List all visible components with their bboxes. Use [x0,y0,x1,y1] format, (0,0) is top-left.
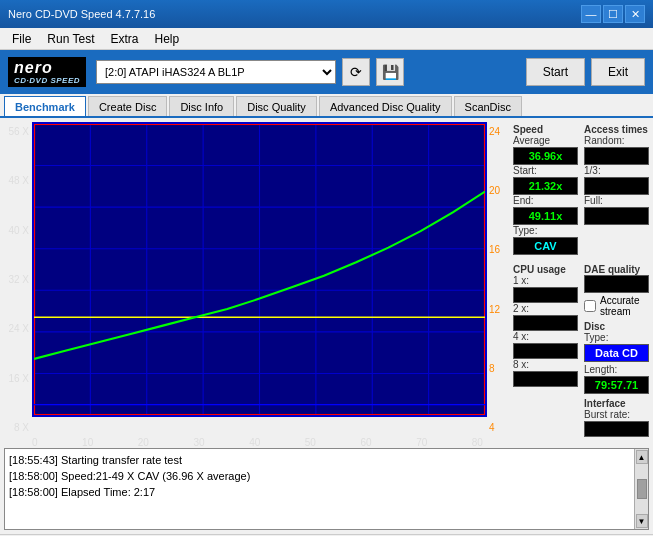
y-label-16: 16 X [4,373,32,384]
tab-create-disc[interactable]: Create Disc [88,96,167,116]
log-line-3: [18:58:00] Elapsed Time: 2:17 [9,484,630,500]
speed-average-label: Average [513,135,578,146]
dae-disc-group: DAE quality Accurate stream Disc Type: D… [584,262,649,437]
chart-section: 56 X 48 X 40 X 32 X 24 X 16 X 8 X [0,118,509,448]
log-area: [18:55:43] Starting transfer rate test [… [4,448,649,530]
disc-length-value: 79:57.71 [584,376,649,394]
cpu-1x-value [513,287,578,303]
accurate-stream-label: Accurate stream [600,295,649,317]
menu-help[interactable]: Help [147,30,188,48]
title-bar: Nero CD-DVD Speed 4.7.7.16 — ☐ ✕ [0,0,653,28]
y-label-56: 56 X [4,126,32,137]
access-full-label: Full: [584,195,649,206]
save-button[interactable]: 💾 [376,58,404,86]
x-label-70: 70 [416,437,427,448]
y-right-4: 4 [487,422,505,433]
y-right-12: 12 [487,304,505,315]
speed-end-value: 49.11x [513,207,578,225]
speed-start-value: 21.32x [513,177,578,195]
y-axis-left: 56 X 48 X 40 X 32 X 24 X 16 X 8 X [4,122,32,435]
menu-bar: File Run Test Extra Help [0,28,653,50]
tab-advanced-disc-quality[interactable]: Advanced Disc Quality [319,96,452,116]
access-random-label: Random: [584,135,649,146]
y-label-8: 8 X [4,422,32,433]
log-line-1: [18:55:43] Starting transfer rate test [9,452,630,468]
chart-with-labels: 56 X 48 X 40 X 32 X 24 X 16 X 8 X [4,122,509,435]
y-right-20: 20 [487,185,505,196]
tab-disc-quality[interactable]: Disc Quality [236,96,317,116]
cpu-4x-value [513,343,578,359]
log-line-2: [18:58:00] Speed:21-49 X CAV (36.96 X av… [9,468,630,484]
title-text: Nero CD-DVD Speed 4.7.7.16 [8,8,155,20]
menu-run-test[interactable]: Run Test [39,30,102,48]
nero-logo: nero CD·DVD SPEED [8,57,86,88]
close-button[interactable]: ✕ [625,5,645,23]
speed-type-label: Type: [513,225,578,236]
refresh-button[interactable]: ⟳ [342,58,370,86]
disc-type-value: Data CD [584,344,649,362]
log-content: [18:55:43] Starting transfer rate test [… [5,449,634,529]
log-scrollbar[interactable]: ▲ ▼ [634,449,648,529]
speed-title: Speed [513,124,578,135]
speed-start-label: Start: [513,165,578,176]
y-label-48: 48 X [4,175,32,186]
start-button[interactable]: Start [526,58,585,86]
x-label-50: 50 [305,437,316,448]
tab-disc-info[interactable]: Disc Info [169,96,234,116]
speed-access-row: Speed Average 36.96x Start: 21.32x End: … [513,122,649,255]
tab-benchmark[interactable]: Benchmark [4,96,86,116]
nero-logo-subtitle: CD·DVD SPEED [14,76,80,85]
scroll-thumb[interactable] [637,479,647,499]
accurate-stream-checkbox[interactable] [584,300,596,312]
tab-scan-disc[interactable]: ScanDisc [454,96,522,116]
cpu-2x-value [513,315,578,331]
maximize-button[interactable]: ☐ [603,5,623,23]
burst-rate-value [584,421,649,437]
x-label-10: 10 [82,437,93,448]
cpu-dae-row: CPU usage 1 x: 2 x: 4 x: 8 x: DAE qualit… [513,262,649,437]
menu-extra[interactable]: Extra [102,30,146,48]
speed-end-label: End: [513,195,578,206]
x-label-40: 40 [249,437,260,448]
scroll-down-arrow[interactable]: ▼ [636,514,648,528]
cpu-8x-value [513,371,578,387]
speed-type-value: CAV [513,237,578,255]
chart-svg [34,124,485,415]
access-times-group: Access times Random: 1/3: Full: [584,122,649,255]
chart-canvas [32,122,487,417]
x-label-80: 80 [472,437,483,448]
cpu-8x-label: 8 x: [513,359,578,370]
x-label-30: 30 [193,437,204,448]
scroll-up-arrow[interactable]: ▲ [636,450,648,464]
disc-type-label: Type: [584,332,649,343]
dae-title: DAE quality [584,264,649,275]
disc-title: Disc [584,321,649,332]
menu-file[interactable]: File [4,30,39,48]
access-random-value [584,147,649,165]
y-label-24: 24 X [4,323,32,334]
cpu-2x-label: 2 x: [513,303,578,314]
speed-group: Speed Average 36.96x Start: 21.32x End: … [513,122,578,255]
tab-bar: Benchmark Create Disc Disc Info Disc Qua… [0,94,653,118]
nero-logo-text: nero [14,59,80,77]
access-third-value [584,177,649,195]
cpu-4x-label: 4 x: [513,331,578,342]
x-label-60: 60 [360,437,371,448]
cpu-1x-label: 1 x: [513,275,578,286]
y-right-8: 8 [487,363,505,374]
right-panel: Speed Average 36.96x Start: 21.32x End: … [509,118,653,448]
drive-selector[interactable]: [2:0] ATAPI iHAS324 A BL1P [96,60,336,84]
x-label-20: 20 [138,437,149,448]
interface-title: Interface [584,398,649,409]
accurate-stream-row: Accurate stream [584,295,649,317]
cpu-group: CPU usage 1 x: 2 x: 4 x: 8 x: [513,262,578,437]
exit-button[interactable]: Exit [591,58,645,86]
window-controls: — ☐ ✕ [581,5,645,23]
main-content: 56 X 48 X 40 X 32 X 24 X 16 X 8 X [0,118,653,448]
minimize-button[interactable]: — [581,5,601,23]
dae-value [584,275,649,293]
toolbar: nero CD·DVD SPEED [2:0] ATAPI iHAS324 A … [0,50,653,94]
access-full-value [584,207,649,225]
burst-rate-label: Burst rate: [584,409,649,420]
y-label-40: 40 X [4,225,32,236]
